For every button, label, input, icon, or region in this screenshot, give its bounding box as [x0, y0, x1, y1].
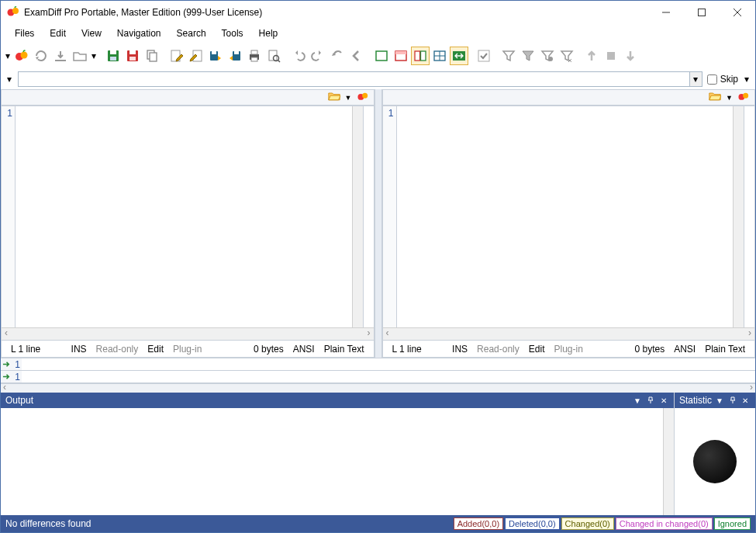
filter2-icon[interactable]	[519, 47, 537, 65]
output-content[interactable]	[1, 408, 663, 515]
svg-rect-7	[110, 50, 116, 54]
right-editor[interactable]	[397, 106, 734, 327]
menu-edit[interactable]: Edit	[42, 25, 74, 42]
svg-rect-28	[415, 51, 420, 61]
badge-ignored[interactable]: Ignored	[714, 517, 751, 530]
print-icon[interactable]	[245, 47, 264, 65]
up-arrow-icon[interactable]	[582, 47, 601, 65]
view-grid-icon[interactable]	[430, 47, 449, 65]
pane-compare-icon[interactable]	[357, 91, 369, 104]
right-vscroll[interactable]	[733, 106, 744, 327]
panel-menu-icon[interactable]: ▼	[632, 395, 643, 406]
view-sync-icon[interactable]	[450, 47, 468, 65]
sync-lineno: 1	[12, 359, 22, 370]
output-title: Output	[5, 395, 33, 406]
filter3-icon[interactable]	[538, 47, 557, 65]
open-file-dropdown-icon[interactable]: ▼	[726, 94, 733, 102]
svg-point-33	[548, 57, 553, 61]
badge-deleted[interactable]: Deleted(0,0)	[505, 517, 560, 530]
search-dropdown-icon[interactable]: ▾	[690, 71, 702, 87]
open-dropdown-icon[interactable]: ▾	[90, 50, 98, 61]
status-bytes: 0 bytes	[630, 344, 669, 355]
panel-pin-icon[interactable]	[645, 395, 656, 406]
abort-icon[interactable]	[51, 47, 70, 65]
status-encoding: ANSI	[669, 344, 700, 355]
skip-dropdown-icon[interactable]: ▾	[743, 74, 751, 85]
sync-hscroll[interactable]	[1, 383, 755, 393]
toolbar: ▾ ▾	[1, 43, 755, 69]
view-single-icon[interactable]	[372, 47, 391, 65]
badge-changed[interactable]: Changed(0)	[561, 517, 614, 530]
open-file-icon[interactable]	[328, 91, 340, 104]
output-panel: Output ▼ ✕	[1, 393, 675, 515]
redo-icon[interactable]	[309, 47, 327, 65]
pane-splitter[interactable]	[375, 89, 382, 358]
toolbar-overflow-icon[interactable]: ▾	[4, 50, 12, 61]
preview-icon[interactable]	[264, 47, 283, 65]
panel-close-icon[interactable]: ✕	[740, 395, 751, 406]
pane-compare-icon[interactable]	[737, 91, 750, 104]
edit-left-icon[interactable]	[167, 47, 186, 65]
save-right-icon[interactable]	[226, 47, 244, 65]
prev-icon[interactable]	[328, 47, 347, 65]
left-hscroll[interactable]	[2, 327, 374, 340]
compare-icon[interactable]	[12, 47, 31, 65]
search-input[interactable]	[18, 71, 690, 87]
view-split-icon[interactable]	[411, 47, 430, 65]
status-plugin: Plug-in	[168, 344, 206, 355]
statistics-panel: Statistic ▼ ✕	[675, 393, 755, 515]
left-minimap[interactable]	[363, 106, 374, 327]
menu-search[interactable]: Search	[169, 25, 214, 42]
svg-rect-11	[129, 57, 136, 61]
line-number: 1	[383, 108, 394, 119]
save-warn-icon[interactable]	[123, 47, 142, 65]
panel-pin-icon[interactable]	[727, 395, 738, 406]
right-hscroll[interactable]	[383, 327, 755, 340]
undo-icon[interactable]	[289, 47, 308, 65]
svg-rect-32	[478, 50, 489, 61]
minimize-button[interactable]	[648, 1, 684, 24]
save-left-icon[interactable]	[206, 47, 225, 65]
badge-added[interactable]: Added(0,0)	[454, 517, 503, 530]
status-edit[interactable]: Edit	[143, 344, 168, 355]
svg-rect-17	[212, 51, 216, 54]
save-icon[interactable]	[104, 47, 123, 65]
menu-tools[interactable]: Tools	[214, 25, 251, 42]
check-icon[interactable]	[475, 47, 493, 65]
badge-changed-in-changed[interactable]: Changed in changed(0)	[616, 517, 713, 530]
panel-menu-icon[interactable]: ▼	[714, 395, 725, 406]
stop-icon[interactable]	[602, 47, 620, 65]
refresh-icon[interactable]	[32, 47, 50, 65]
left-editor[interactable]	[16, 106, 352, 327]
filter4-icon[interactable]	[558, 47, 576, 65]
maximize-button[interactable]	[684, 1, 720, 24]
close-button[interactable]	[720, 1, 755, 24]
status-plugin: Plug-in	[549, 344, 587, 355]
sync-row[interactable]: 1	[1, 358, 755, 371]
filter1-icon[interactable]	[499, 47, 518, 65]
view-diff-icon[interactable]	[392, 47, 410, 65]
sync-row[interactable]: 1	[1, 371, 755, 383]
searchbar-overflow-icon[interactable]: ▾	[5, 74, 13, 85]
left-vscroll[interactable]	[352, 106, 363, 327]
open-file-icon[interactable]	[709, 91, 721, 104]
status-type: Plain Text	[319, 344, 369, 355]
menu-view[interactable]: View	[74, 25, 109, 42]
right-minimap[interactable]	[744, 106, 754, 327]
skip-checkbox[interactable]: Skip	[707, 74, 738, 85]
status-edit[interactable]: Edit	[524, 344, 550, 355]
back-icon[interactable]	[347, 47, 366, 65]
menu-navigation[interactable]: Navigation	[109, 25, 169, 42]
copy-icon[interactable]	[143, 47, 161, 65]
menu-help[interactable]: Help	[251, 25, 286, 42]
panel-close-icon[interactable]: ✕	[658, 395, 669, 406]
edit-right-icon[interactable]	[187, 47, 205, 65]
output-vscroll[interactable]	[663, 408, 674, 515]
menu-files[interactable]: Files	[7, 25, 42, 42]
down-arrow-icon[interactable]	[621, 47, 640, 65]
open-icon[interactable]	[71, 47, 89, 65]
diff-panes: ▼ 1 L 1 line INS Read-only Edit Plug-in …	[1, 89, 755, 358]
open-file-dropdown-icon[interactable]: ▼	[345, 94, 352, 102]
skip-checkbox-input[interactable]	[707, 74, 717, 85]
svg-rect-8	[110, 57, 116, 61]
